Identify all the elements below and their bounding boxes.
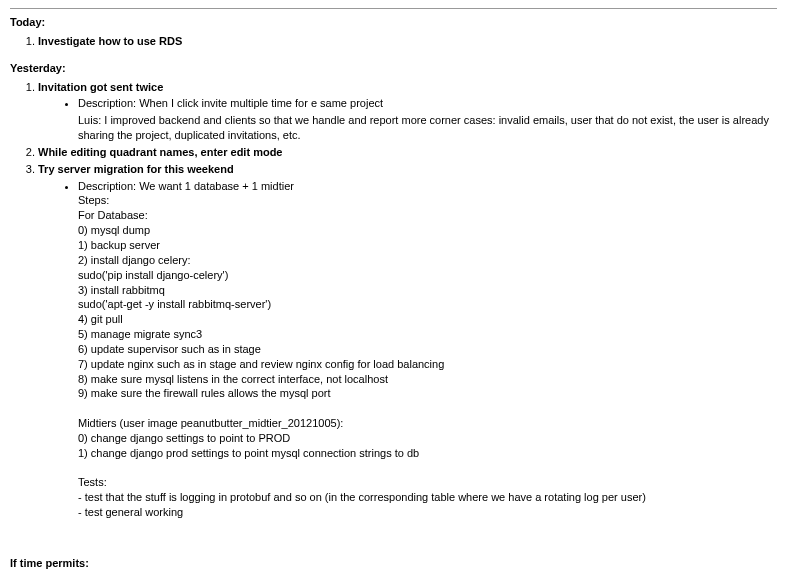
item-title: Invitation got sent twice (38, 81, 163, 93)
list-item: Invitation got sent twice Description: W… (38, 80, 777, 143)
divider (10, 8, 777, 9)
item-details: Description: When I click invite multipl… (38, 96, 777, 111)
section-yesterday-title: Yesterday: (10, 61, 777, 76)
today-list: Investigate how to use RDS (10, 34, 777, 49)
item-details: Description: We want 1 database + 1 midt… (38, 179, 777, 520)
item-bullet: Description: We want 1 database + 1 midt… (78, 179, 777, 520)
item-title: While editing quadrant names, enter edit… (38, 146, 282, 158)
item-title: Try server migration for this weekend (38, 163, 234, 175)
item-note: Luis: I improved backend and clients so … (78, 113, 777, 143)
list-item: Investigate how to use RDS (38, 34, 777, 49)
section-iftime-title: If time permits: (10, 556, 777, 571)
list-item: Try server migration for this weekend De… (38, 162, 777, 520)
item-bullet: Description: When I click invite multipl… (78, 96, 777, 111)
item-title: Investigate how to use RDS (38, 35, 182, 47)
section-today-title: Today: (10, 15, 777, 30)
list-item: While editing quadrant names, enter edit… (38, 145, 777, 160)
yesterday-list: Invitation got sent twice Description: W… (10, 80, 777, 520)
